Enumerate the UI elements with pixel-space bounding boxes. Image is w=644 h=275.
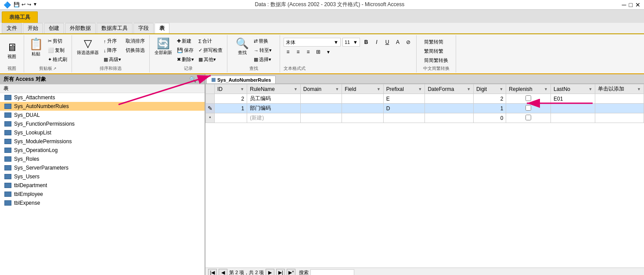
cell-id-2[interactable]	[215, 113, 247, 123]
cell-dateformat-1[interactable]	[425, 104, 474, 113]
ascending-btn[interactable]: ↑ 升序	[102, 37, 123, 45]
replenish-checkbox-2[interactable]	[525, 115, 531, 120]
doc-tab-autonumber[interactable]: ▦ Sys_AutoNumberRules	[206, 76, 276, 83]
nav-first-btn[interactable]: |◀	[208, 269, 217, 275]
qa-save[interactable]: 💾	[14, 2, 20, 7]
tab-table[interactable]: 表	[155, 23, 169, 33]
tab-start[interactable]: 开始	[23, 23, 43, 33]
cell-replenish-1[interactable]	[506, 104, 551, 113]
cell-rulename-2[interactable]: (新建)	[247, 113, 301, 123]
cell-lastno-0[interactable]: E01	[551, 94, 595, 104]
cell-extra-2[interactable]	[595, 113, 644, 123]
cell-replenish-2[interactable]	[506, 113, 551, 123]
nav-prev-btn[interactable]: ◀	[219, 269, 227, 275]
qa-redo[interactable]: ↪	[27, 2, 31, 7]
qa-dropdown[interactable]: ▼	[33, 2, 37, 7]
cell-domain-2[interactable]	[300, 113, 342, 123]
sidebar-item-4[interactable]: Sys_LookupList	[0, 128, 205, 137]
nav-search-input[interactable]	[310, 269, 354, 275]
cell-lastno-2[interactable]	[551, 113, 595, 123]
spell-btn[interactable]: ✓ 拼写检查	[197, 46, 224, 54]
nav-new-btn[interactable]: ▶*	[287, 269, 295, 275]
sidebar-item-7[interactable]: Sys_Roles	[0, 155, 205, 163]
cell-prefixal-0[interactable]: E	[383, 94, 425, 104]
cell-digit-0[interactable]: 2	[474, 94, 506, 104]
filter-btn[interactable]: ▽ 筛选选择器	[75, 36, 101, 57]
descending-btn[interactable]: ↓ 降序	[102, 46, 123, 54]
traditional-to-simplified-btn[interactable]: 繁简转繁	[422, 47, 450, 55]
sidebar-item-1[interactable]: Sys_AutoNumberRules	[0, 102, 205, 111]
cell-rulename-1[interactable]: 部门编码	[247, 104, 301, 113]
col-rulename[interactable]: RuleName▼	[247, 84, 301, 94]
save-record-btn[interactable]: 💾 保存	[175, 46, 196, 54]
font-selector[interactable]: 末体▼	[284, 38, 341, 47]
sidebar-item-5[interactable]: Sys_ModulePermissions	[0, 137, 205, 146]
nav-next-btn[interactable]: ▶	[266, 269, 274, 275]
cell-id-0[interactable]: 2	[215, 94, 247, 104]
col-add[interactable]: 单击以添加▼	[595, 84, 644, 94]
maximize-btn[interactable]: □	[629, 1, 633, 8]
format-painter-btn[interactable]: ✦格式刷	[46, 55, 69, 64]
more-format-btn[interactable]: ▼	[324, 48, 333, 56]
advanced-btn[interactable]: ▦ 高级▾	[102, 55, 123, 64]
cell-replenish-0[interactable]	[506, 94, 551, 104]
close-btn[interactable]: ✕	[635, 1, 640, 8]
col-replenish[interactable]: Replenish▼	[506, 84, 551, 94]
sidebar-item-3[interactable]: Sys_FunctionPermissions	[0, 119, 205, 128]
cell-field-2[interactable]	[342, 113, 384, 123]
select-btn[interactable]: ▦ 选择▾	[252, 55, 273, 64]
italic-btn[interactable]: I	[372, 38, 381, 46]
tab-create[interactable]: 创建	[44, 23, 64, 33]
cancel-sort-btn[interactable]: 取消排序	[124, 37, 147, 45]
copy-btn[interactable]: ⬜复制	[46, 46, 69, 54]
replenish-checkbox-0[interactable]	[525, 95, 531, 101]
sidebar-item-11[interactable]: tblEmployee	[0, 190, 205, 199]
align-right-btn[interactable]: ≡	[304, 48, 313, 56]
col-domain[interactable]: Domain▼	[300, 84, 342, 94]
sidebar-item-12[interactable]: tblExpense	[0, 199, 205, 207]
font-size-selector[interactable]: 11▼	[342, 38, 360, 47]
replenish-checkbox-1[interactable]	[525, 105, 531, 111]
font-color-btn[interactable]: A	[393, 38, 402, 46]
new-record-btn[interactable]: ✚ 新建	[175, 37, 196, 45]
col-lastno[interactable]: LastNo▼	[551, 84, 595, 94]
find-btn[interactable]: 🔍 查找	[234, 36, 251, 57]
cell-domain-1[interactable]	[300, 104, 342, 113]
cell-prefixal-2[interactable]	[383, 113, 425, 123]
cell-lastno-1[interactable]	[551, 104, 595, 113]
table-row-2[interactable]: * (新建) 0	[206, 113, 644, 123]
tab-file[interactable]: 文件	[2, 23, 22, 33]
tab-external[interactable]: 外部数据	[65, 23, 96, 33]
convert-btn[interactable]: 筒简繁转换	[422, 56, 450, 65]
highlight-btn[interactable]: ⊘	[404, 38, 413, 46]
cell-prefixal-1[interactable]: D	[383, 104, 425, 113]
simplified-to-traditional-btn[interactable]: 筒繁转简	[422, 38, 450, 46]
sidebar-collapse-btn[interactable]: «	[198, 76, 201, 83]
align-left-btn[interactable]: ≡	[284, 48, 292, 56]
sidebar-item-8[interactable]: Sys_ServerParameters	[0, 163, 205, 172]
view-btn[interactable]: 🖥 视图	[3, 40, 21, 61]
qa-undo[interactable]: ↩	[22, 2, 25, 7]
more-btn[interactable]: ▦ 其他▾	[197, 55, 224, 64]
align-center-btn[interactable]: ≡	[294, 48, 302, 56]
cell-field-0[interactable]	[342, 94, 384, 104]
bold-btn[interactable]: B	[362, 38, 371, 46]
table-row-0[interactable]: 2 员工编码 E 2 E01	[206, 94, 644, 104]
tab-tabletools[interactable]: 表格工具	[2, 11, 38, 23]
nav-last-btn[interactable]: ▶|	[276, 269, 285, 275]
cell-digit-2[interactable]: 0	[474, 113, 506, 123]
cell-rulename-0[interactable]: 员工编码	[247, 94, 301, 104]
col-prefixal[interactable]: Prefixal▼	[383, 84, 425, 94]
col-digit[interactable]: Digit▼	[474, 84, 506, 94]
cell-dateformat-0[interactable]	[425, 94, 474, 104]
sidebar-item-10[interactable]: tblDepartment	[0, 181, 205, 190]
paste-btn[interactable]: 📋 粘贴	[27, 36, 45, 58]
cut-btn[interactable]: ✂剪切	[46, 37, 69, 45]
sum-btn[interactable]: Σ 合计	[197, 37, 224, 45]
underline-btn[interactable]: U	[383, 38, 392, 46]
cell-dateformat-2[interactable]	[425, 113, 474, 123]
sidebar-item-2[interactable]: Sys_DUAL	[0, 111, 205, 119]
toggle-filter-btn[interactable]: 切换筛选	[124, 46, 147, 54]
delete-btn[interactable]: ✖ 删除▾	[175, 55, 196, 64]
tab-field[interactable]: 字段	[133, 23, 154, 33]
